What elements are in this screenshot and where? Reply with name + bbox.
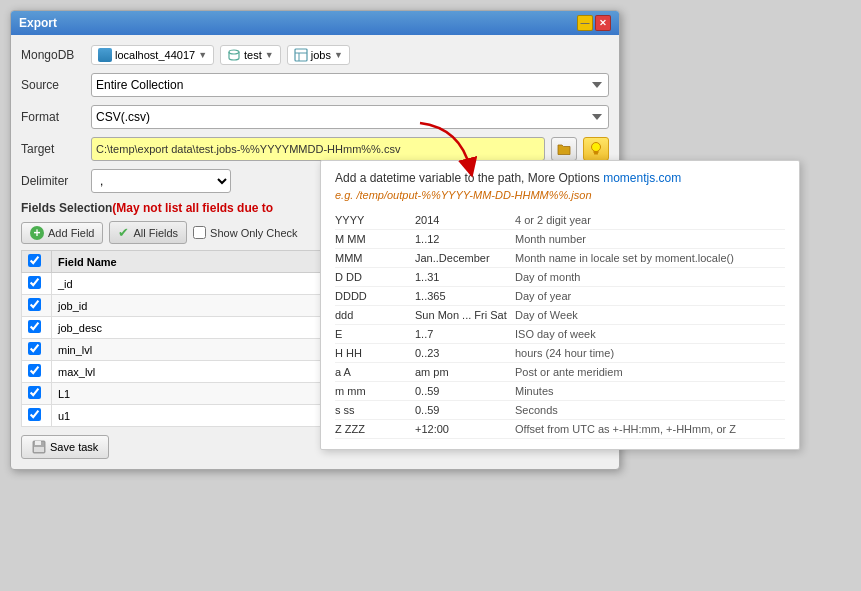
lightbulb-icon bbox=[589, 141, 603, 157]
all-fields-button[interactable]: ✔ All Fields bbox=[109, 221, 187, 244]
field-checkbox[interactable] bbox=[28, 386, 41, 399]
field-checkbox[interactable] bbox=[28, 364, 41, 377]
desc-cell: Offset from UTC as +-HH:mm, +-HHmm, or Z bbox=[515, 420, 785, 439]
format-select[interactable]: CSV(.csv) bbox=[91, 105, 609, 129]
tooltip-row: m mm 0..59 Minutes bbox=[335, 382, 785, 401]
minimize-button[interactable]: — bbox=[577, 15, 593, 31]
desc-cell: Day of month bbox=[515, 268, 785, 287]
range-cell: 0..59 bbox=[415, 382, 515, 401]
desc-cell: Month name in locale set by moment.local… bbox=[515, 249, 785, 268]
svg-point-0 bbox=[229, 50, 239, 54]
token-cell: MMM bbox=[335, 249, 415, 268]
field-checkbox-cell bbox=[22, 339, 52, 361]
field-checkbox[interactable] bbox=[28, 298, 41, 311]
source-label: Source bbox=[21, 78, 91, 92]
tooltip-row: ddd Sun Mon ... Fri Sat Day of Week bbox=[335, 306, 785, 325]
desc-cell: Seconds bbox=[515, 401, 785, 420]
tooltip-row: H HH 0..23 hours (24 hour time) bbox=[335, 344, 785, 363]
source-row: Source Entire Collection bbox=[21, 73, 609, 97]
lightbulb-button[interactable] bbox=[583, 137, 609, 161]
target-row: Target bbox=[21, 137, 609, 161]
delimiter-select[interactable]: , bbox=[91, 169, 231, 193]
tooltip-header: Add a datetime variable to the path, Mor… bbox=[335, 171, 785, 185]
database-dropdown-arrow: ▼ bbox=[265, 50, 274, 60]
table-header-checkbox bbox=[22, 251, 52, 273]
server-icon bbox=[98, 48, 112, 62]
tooltip-table: YYYY 2014 4 or 2 digit year M MM 1..12 M… bbox=[335, 211, 785, 439]
server-badge[interactable]: localhost_44017 ▼ bbox=[91, 45, 214, 65]
source-select[interactable]: Entire Collection bbox=[91, 73, 609, 97]
format-label: Format bbox=[21, 110, 91, 124]
token-cell: m mm bbox=[335, 382, 415, 401]
fields-warning: (May not list all fields due to bbox=[112, 201, 273, 215]
database-icon bbox=[227, 48, 241, 62]
show-only-check-checkbox[interactable] bbox=[193, 226, 206, 239]
add-icon: + bbox=[30, 226, 44, 240]
titlebar-buttons: — ✕ bbox=[577, 15, 611, 31]
range-cell: am pm bbox=[415, 363, 515, 382]
server-dropdown-arrow: ▼ bbox=[198, 50, 207, 60]
range-cell: 1..365 bbox=[415, 287, 515, 306]
table-icon bbox=[294, 48, 308, 62]
browse-button[interactable] bbox=[551, 137, 577, 161]
svg-rect-6 bbox=[594, 153, 598, 155]
database-badge[interactable]: test ▼ bbox=[220, 45, 281, 65]
field-checkbox[interactable] bbox=[28, 276, 41, 289]
desc-cell: Month number bbox=[515, 230, 785, 249]
tooltip-row: YYYY 2014 4 or 2 digit year bbox=[335, 211, 785, 230]
mongodb-row: MongoDB localhost_44017 ▼ test ▼ bbox=[21, 45, 609, 65]
token-cell: YYYY bbox=[335, 211, 415, 230]
all-fields-label: All Fields bbox=[133, 227, 178, 239]
token-cell: H HH bbox=[335, 344, 415, 363]
tooltip-row: MMM Jan..December Month name in locale s… bbox=[335, 249, 785, 268]
desc-cell: 4 or 2 digit year bbox=[515, 211, 785, 230]
tooltip-tbody: YYYY 2014 4 or 2 digit year M MM 1..12 M… bbox=[335, 211, 785, 439]
desc-cell: hours (24 hour time) bbox=[515, 344, 785, 363]
save-task-label: Save task bbox=[50, 441, 98, 453]
token-cell: E bbox=[335, 325, 415, 344]
collection-badge[interactable]: jobs ▼ bbox=[287, 45, 350, 65]
token-cell: s ss bbox=[335, 401, 415, 420]
format-controls: CSV(.csv) bbox=[91, 105, 609, 129]
dialog-titlebar: Export — ✕ bbox=[11, 11, 619, 35]
momentjs-link[interactable]: momentjs.com bbox=[603, 171, 681, 185]
select-all-checkbox[interactable] bbox=[28, 254, 41, 267]
dialog-title: Export bbox=[19, 16, 57, 30]
field-checkbox[interactable] bbox=[28, 408, 41, 421]
tooltip-header-text: Add a datetime variable to the path, Mor… bbox=[335, 171, 603, 185]
tooltip-row: s ss 0..59 Seconds bbox=[335, 401, 785, 420]
desc-cell: Day of Week bbox=[515, 306, 785, 325]
token-cell: D DD bbox=[335, 268, 415, 287]
delimiter-label: Delimiter bbox=[21, 174, 91, 188]
show-only-check-container: Show Only Check bbox=[193, 226, 297, 239]
desc-cell: Post or ante meridiem bbox=[515, 363, 785, 382]
show-only-check-label: Show Only Check bbox=[210, 227, 297, 239]
mongodb-controls: localhost_44017 ▼ test ▼ bbox=[91, 45, 350, 65]
desc-cell: Day of year bbox=[515, 287, 785, 306]
check-icon: ✔ bbox=[118, 225, 129, 240]
save-task-button[interactable]: Save task bbox=[21, 435, 109, 459]
token-cell: Z ZZZ bbox=[335, 420, 415, 439]
tooltip-row: M MM 1..12 Month number bbox=[335, 230, 785, 249]
tooltip-row: a A am pm Post or ante meridiem bbox=[335, 363, 785, 382]
range-cell: 1..31 bbox=[415, 268, 515, 287]
field-checkbox[interactable] bbox=[28, 320, 41, 333]
tooltip-example: e.g. /temp/output-%%YYYY-MM-DD-HHMM%%.js… bbox=[335, 189, 785, 201]
range-cell: Jan..December bbox=[415, 249, 515, 268]
range-cell: 1..7 bbox=[415, 325, 515, 344]
desc-cell: Minutes bbox=[515, 382, 785, 401]
target-input[interactable] bbox=[91, 137, 545, 161]
token-cell: a A bbox=[335, 363, 415, 382]
svg-rect-5 bbox=[594, 151, 599, 153]
mongodb-label: MongoDB bbox=[21, 48, 91, 62]
format-row: Format CSV(.csv) bbox=[21, 105, 609, 129]
server-name: localhost_44017 bbox=[115, 49, 195, 61]
database-name: test bbox=[244, 49, 262, 61]
add-field-button[interactable]: + Add Field bbox=[21, 222, 103, 244]
range-cell: 0..59 bbox=[415, 401, 515, 420]
field-checkbox-cell bbox=[22, 361, 52, 383]
token-cell: M MM bbox=[335, 230, 415, 249]
range-cell: 2014 bbox=[415, 211, 515, 230]
field-checkbox[interactable] bbox=[28, 342, 41, 355]
close-button[interactable]: ✕ bbox=[595, 15, 611, 31]
